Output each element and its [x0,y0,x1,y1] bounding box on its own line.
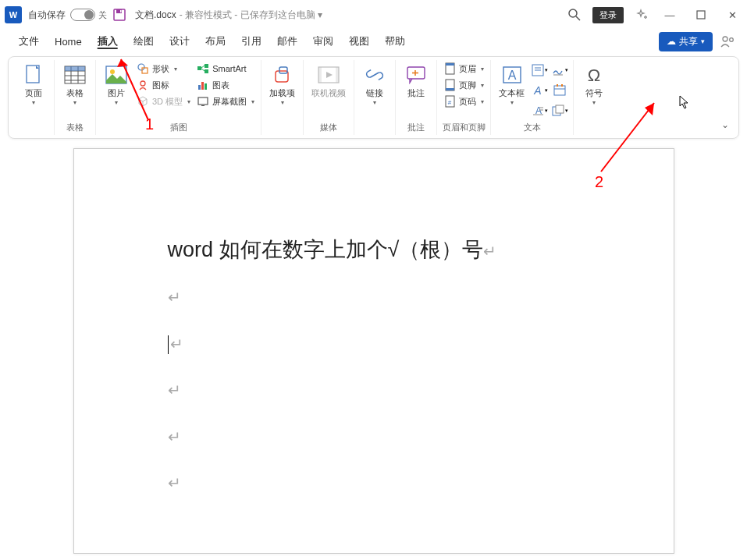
pagenum-button[interactable]: #页码▾ [442,94,486,108]
svg-rect-28 [205,83,207,90]
dropcap-button[interactable]: A▾ [531,102,548,119]
document-line-1[interactable]: word 如何在数字上加个√（根）号↵ [168,227,642,273]
svg-point-6 [723,37,727,41]
document-page[interactable]: word 如何在数字上加个√（根）号↵ ↵ ↵ ↵ ↵ ↵ [73,148,674,554]
cursor-icon [679,95,690,109]
header-button[interactable]: 页眉▾ [442,62,486,76]
svg-rect-31 [276,71,288,82]
tab-file[interactable]: 文件 [11,30,47,52]
maximize-button[interactable] [691,5,711,25]
svg-rect-29 [198,97,208,105]
textbox-button[interactable]: A 文本框▾ [496,62,528,108]
svg-rect-42 [446,88,454,90]
icons-button[interactable]: 图标 [135,78,192,92]
group-addins: 加载项▾ [261,60,304,135]
svg-line-25 [201,69,205,71]
tab-insert[interactable]: 插入 [90,30,126,52]
page-button[interactable]: 页面▾ [18,62,49,108]
tab-layout[interactable]: 布局 [197,30,233,52]
symbol-button[interactable]: Ω 符号▾ [578,62,610,108]
group-headerfooter: 页眉▾ 页脚▾ #页码▾ 页眉和页脚 [437,60,491,135]
minimize-button[interactable]: — [660,5,680,25]
svg-text:Ω: Ω [588,66,600,85]
svg-rect-59 [561,84,563,87]
3d-models-button[interactable]: 3D 模型▾ [135,94,192,108]
group-pages: 页面▾ [13,60,55,135]
word-app-icon: W [5,6,22,23]
online-video-button[interactable]: 联机视频 [308,62,349,99]
addins-button[interactable]: 加载项▾ [266,62,298,108]
tab-mail[interactable]: 邮件 [269,30,305,52]
object-button[interactable]: ▾ [551,102,568,119]
svg-rect-58 [557,84,558,87]
tab-view[interactable]: 视图 [341,30,377,52]
document-area: word 如何在数字上加个√（根）号↵ ↵ ↵ ↵ ↵ ↵ [0,148,747,554]
save-icon[interactable] [113,9,126,21]
picture-button[interactable]: 图片▾ [101,62,132,108]
footer-button[interactable]: 页脚▾ [442,78,486,92]
svg-rect-35 [336,67,339,83]
svg-rect-40 [446,63,454,66]
autosave-toggle[interactable] [70,9,95,21]
tab-help[interactable]: 帮助 [377,30,413,52]
svg-text:A: A [533,84,541,97]
share-button[interactable]: ☁共享▾ [659,32,713,51]
svg-point-17 [110,69,115,74]
svg-rect-61 [556,105,564,113]
chart-button[interactable]: 图表 [195,78,256,92]
group-links: 链接▾ [354,60,396,135]
signature-button[interactable]: ▾ [551,62,568,79]
shapes-button[interactable]: 形状▾ [135,62,192,76]
group-media: 联机视频 媒体 [304,60,354,135]
autosave-label: 自动保存 [28,9,66,22]
autosave-state: 关 [98,9,107,21]
comment-button[interactable]: 批注 [400,62,432,99]
login-button[interactable]: 登录 [592,7,624,23]
svg-rect-23 [205,69,208,73]
collaboration-icon[interactable] [719,33,736,50]
smartart-button[interactable]: SmartArt [195,62,256,76]
svg-rect-30 [201,105,205,106]
title-bar: W 自动保存 关 文档.docx - 兼容性模式 - 已保存到这台电脑 ▾ 登录… [0,0,747,30]
ribbon: 页面▾ 表格▾ 表格 图片▾ 形状▾ 图标 3D 模型▾ SmartA [8,56,739,139]
search-icon[interactable] [567,8,582,22]
document-line-6[interactable]: ↵ [168,459,642,505]
svg-point-18 [138,64,144,70]
tab-design[interactable]: 设计 [162,30,197,52]
svg-rect-22 [205,64,208,68]
screenshot-button[interactable]: 屏幕截图▾ [195,94,256,108]
svg-rect-5 [697,11,705,19]
document-line-5[interactable]: ↵ [168,413,642,459]
close-button[interactable]: ✕ [722,5,742,25]
svg-rect-56 [554,86,565,95]
tab-draw[interactable]: 绘图 [126,30,162,52]
ribbon-collapse-button[interactable]: ⌄ [721,60,734,135]
svg-rect-34 [318,67,322,83]
document-status[interactable]: - 兼容性模式 - 已保存到这台电脑 ▾ [180,9,322,22]
sparkle-icon[interactable] [635,8,649,22]
svg-rect-26 [198,85,201,90]
svg-rect-19 [142,68,148,73]
svg-rect-32 [279,67,287,73]
group-text: A 文本框▾ ▾ A▾ A▾ ▾ ▾ 文本 [491,60,574,135]
svg-rect-2 [120,10,122,12]
svg-point-20 [141,81,145,86]
svg-rect-21 [197,66,201,70]
svg-text:#: # [447,99,451,106]
group-tables: 表格▾ 表格 [55,60,96,135]
group-comments: 批注 批注 [396,60,437,135]
tab-references[interactable]: 引用 [233,30,269,52]
document-line-3[interactable]: ↵ [168,320,642,366]
document-line-4[interactable]: ↵ [168,366,642,412]
link-button[interactable]: 链接▾ [359,62,390,108]
svg-point-3 [569,9,577,17]
group-illustrations: 图片▾ 形状▾ 图标 3D 模型▾ SmartArt 图表 屏幕截图▾ 插图 [96,60,261,135]
tab-review[interactable]: 审阅 [305,30,341,52]
wordart-button[interactable]: A▾ [531,82,548,99]
tab-home[interactable]: Home [47,32,90,51]
datetime-button[interactable] [551,82,568,99]
svg-rect-15 [65,66,85,71]
table-button[interactable]: 表格▾ [59,62,91,108]
quickparts-button[interactable]: ▾ [531,62,548,79]
document-line-2[interactable]: ↵ [168,273,642,319]
